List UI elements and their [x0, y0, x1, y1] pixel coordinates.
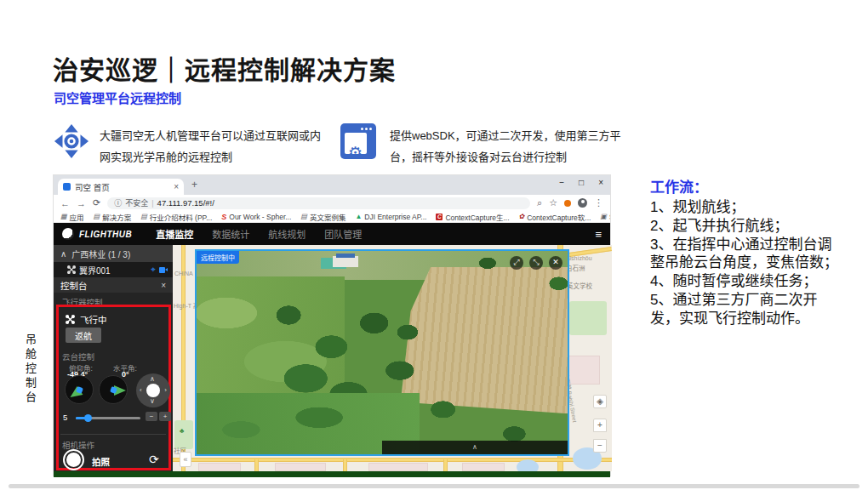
yaw-gauge[interactable] — [99, 375, 128, 404]
window-dots-icon — [361, 128, 372, 130]
map-road — [254, 459, 259, 471]
showmore-icon: ▣ — [600, 213, 607, 220]
tab-title: 司空 首页 — [75, 181, 169, 193]
presentation-slide: 治安巡逻｜远程控制解决方案 司空管理平台远程控制 大疆司空无人机管理平台可以通过… — [0, 0, 868, 490]
tab-close-icon[interactable]: × — [174, 182, 179, 191]
tab-team-management[interactable]: 团队管理 — [324, 227, 362, 241]
bookmark-star-icon[interactable]: ☆ — [549, 197, 557, 208]
dpad-left-icon[interactable]: ‹ — [140, 387, 142, 394]
workflow-panel: 工作流： 1、规划航线； 2、起飞并执行航线； 3、在指挥中心通过控制台调整吊舱… — [650, 175, 846, 328]
return-home-button[interactable]: 返航 — [66, 328, 101, 343]
console-close-icon[interactable]: × — [161, 281, 166, 290]
workflow-step: 4、随时暂停或继续任务； — [650, 272, 846, 291]
vertical-caption: 吊舱控制台 — [22, 333, 38, 406]
workflow-step: 2、起飞并执行航线； — [650, 217, 846, 236]
gimbal-dpad-control[interactable]: ∧ ∨ ‹ › — [136, 373, 170, 407]
browser-tab[interactable]: 司空 首页 × — [58, 179, 184, 195]
console-header: 控制台 × — [54, 277, 173, 293]
dpad-right-icon[interactable]: › — [164, 387, 167, 394]
park-tree-icon: ♣ — [180, 427, 184, 435]
map-road — [173, 458, 612, 462]
bookmark-item[interactable]: ▲DJI Enterprise AP... — [355, 213, 426, 221]
window-close-button[interactable]: × — [598, 178, 603, 187]
bookmark-item[interactable]: ▤英文案例集 — [300, 212, 345, 222]
drone-icon — [66, 315, 75, 324]
url-field[interactable]: ⓘ 不安全 | 47.111.97.15/#!/ — [107, 197, 530, 209]
sidebar-collapse-button[interactable]: « — [180, 452, 191, 467]
zoom-slider-row: 5 − + — [54, 412, 173, 424]
doc-icon: ▤ — [140, 213, 147, 220]
video-expand-bar[interactable]: ∧ — [382, 441, 568, 454]
dpad-center-button[interactable] — [146, 384, 160, 397]
bookmark-apps[interactable]: ▦应用 — [60, 212, 84, 222]
bookmark-item[interactable]: ▤解决方案 — [94, 212, 132, 222]
map-block — [198, 463, 241, 471]
flighthub-logo-icon — [62, 228, 74, 240]
device-group-row[interactable]: ∧ 广西林业 (1 / 3) — [54, 245, 173, 262]
map-zoom-out-button[interactable]: − — [593, 439, 607, 453]
feature-left-text: 大疆司空无人机管理平台可以通过互联网或内网实现光学吊舱的远程控制 — [100, 125, 328, 168]
bookmark-item[interactable]: ▤行业介绍材料 (PP... — [140, 212, 212, 222]
zoom-icon[interactable]: ⌕ — [537, 197, 542, 208]
back-icon[interactable]: ← — [60, 198, 70, 208]
tab-data-stats[interactable]: 数据统计 — [212, 227, 249, 241]
browser-window: 司空 首页 × + − □ × ← → ⟳ ⓘ 不安全 | 47.111.97.… — [53, 174, 611, 476]
device-name: 翼界001 — [79, 264, 111, 276]
apps-grid-icon: ▦ — [60, 213, 67, 220]
browser-menu-icon[interactable]: ⋮ — [594, 197, 603, 208]
zoom-slider-handle[interactable] — [84, 414, 92, 422]
bookmark-item[interactable]: ▣ShowMore - Reco... — [600, 213, 610, 221]
aerial-video-feed[interactable]: 远程控制中 ⤢ ⤡ ✕ ∧ — [195, 249, 569, 456]
window-maximize-button[interactable]: □ — [579, 178, 584, 187]
info-icon[interactable]: ⓘ — [114, 197, 122, 208]
tab-route-planning[interactable]: 航线规划 — [268, 227, 306, 241]
zoom-slider[interactable] — [76, 417, 140, 419]
extension-icon[interactable] — [564, 200, 571, 207]
workflow-step: 1、规划航线； — [650, 198, 846, 217]
locate-crosshair-icon[interactable]: ⌖ — [151, 265, 156, 275]
bookmark-item[interactable]: ✿ContextCapture软... — [519, 212, 591, 222]
dpad-down-icon[interactable]: ∨ — [150, 398, 155, 405]
hamburger-menu-icon[interactable]: ≡ — [595, 228, 602, 241]
zoom-increase-button[interactable]: + — [159, 412, 171, 421]
page-title: 治安巡逻｜远程控制解决方案 — [53, 49, 396, 87]
profile-avatar[interactable] — [578, 198, 587, 208]
device-row[interactable]: 翼界001 ⌖ — [54, 262, 173, 277]
security-label: 不安全 — [125, 197, 148, 208]
sketchfab-icon: S — [221, 213, 226, 221]
map-zoom-in-button[interactable]: + — [593, 419, 607, 432]
zoom-decrease-button[interactable]: − — [146, 412, 157, 421]
video-fullscreen-icon[interactable]: ⤢ — [510, 256, 523, 270]
websdk-window-icon: ⟳ ⚙ — [340, 123, 376, 159]
live-camera-icon[interactable] — [159, 267, 168, 273]
bookmark-item[interactable]: SOur Work - Spher... — [221, 213, 291, 221]
pitch-gauge[interactable] — [65, 375, 94, 404]
camera-section-label: 相机操作 — [62, 439, 94, 451]
feature-right-text: 提供webSDK，可通过二次开发，使用第三方平台，摇杆等外接设备对云台进行控制 — [390, 125, 621, 168]
gear-icon: ⚙ — [348, 145, 363, 161]
refresh-icon[interactable]: ⟳ — [93, 197, 100, 208]
forward-icon[interactable]: → — [77, 198, 86, 208]
separator: | — [151, 199, 153, 208]
yaw-value: 0° — [122, 370, 129, 379]
slide-footer-bar — [9, 484, 859, 488]
flight-status-text: 飞行中 — [80, 313, 107, 326]
drive-icon: ▲ — [355, 213, 362, 220]
workflow-step: 5、通过第三方厂商二次开发，实现飞行控制动作。 — [650, 291, 846, 328]
dpad-up-icon[interactable]: ∧ — [150, 376, 155, 383]
shutter-button[interactable] — [63, 449, 84, 470]
new-tab-button[interactable]: + — [191, 179, 197, 191]
camera-rotate-icon[interactable]: ⟳ — [149, 453, 159, 466]
window-minimize-button[interactable]: − — [559, 178, 564, 187]
tab-live-monitor[interactable]: 直播监控 — [156, 227, 193, 241]
video-close-icon[interactable]: ✕ — [549, 256, 562, 270]
map-block — [368, 463, 428, 471]
workflow-title: 工作流： — [650, 175, 846, 197]
address-bar: ← → ⟳ ⓘ 不安全 | 47.111.97.15/#!/ ⌕ ☆ ⋮ — [54, 195, 610, 211]
bookmark-item[interactable]: CContextCapture生... — [436, 212, 509, 222]
taskbar-strip — [54, 471, 610, 477]
device-sidebar: ∧ 广西林业 (1 / 3) 翼界001 ⌖ 控制台 × — [54, 245, 173, 471]
layers-icon[interactable]: ◈ — [593, 395, 607, 408]
video-shrink-icon[interactable]: ⤡ — [529, 256, 543, 270]
tab-strip: 司空 首页 × + − □ × — [54, 175, 610, 195]
